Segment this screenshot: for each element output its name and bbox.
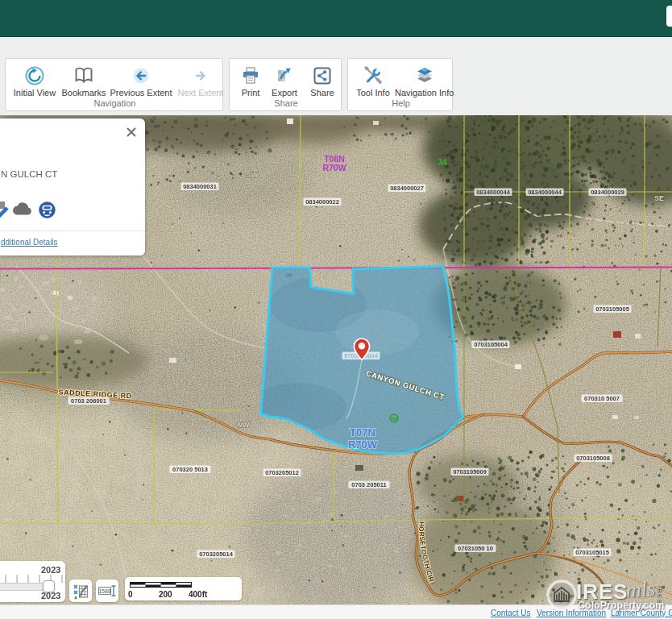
svg-text:200: 200 [159, 590, 172, 599]
svg-text:NW: NW [238, 421, 250, 429]
svg-text:0703105004: 0703105004 [474, 341, 508, 348]
svg-text:03: 03 [391, 416, 397, 422]
svg-text:0834000044: 0834000044 [528, 189, 562, 196]
svg-text:R70W: R70W [322, 163, 346, 172]
svg-text:SW: SW [247, 171, 259, 179]
svg-text:0703205014: 0703205014 [199, 550, 234, 558]
svg-text:1588: 1588 [98, 588, 111, 594]
svg-text:0834000029: 0834000029 [591, 189, 624, 196]
svg-text:400ft: 400ft [189, 590, 208, 599]
svg-text:0834000027: 0834000027 [390, 185, 424, 192]
svg-text:R70W: R70W [348, 438, 378, 451]
svg-text:0834000031: 0834000031 [183, 183, 217, 190]
svg-text:T07N: T07N [350, 426, 375, 438]
svg-text:070320 5013: 070320 5013 [172, 466, 208, 473]
svg-text:07031050 10: 07031050 10 [458, 545, 493, 552]
svg-text:0: 0 [128, 590, 133, 599]
svg-text:0703 206001: 0703 206001 [71, 397, 106, 405]
svg-text:©: © [662, 606, 666, 613]
svg-text:mls: mls [625, 576, 656, 601]
svg-text:ColoProperty.com: ColoProperty.com [578, 600, 664, 611]
svg-text:0703105009: 0703105009 [453, 468, 487, 476]
svg-text:0703105005: 0703105005 [595, 305, 629, 313]
svg-text:0834000022: 0834000022 [305, 198, 339, 206]
svg-text:0703105008: 0703105008 [576, 455, 610, 462]
svg-text:0834000044: 0834000044 [476, 189, 511, 196]
svg-text:0703105015: 0703105015 [575, 549, 609, 556]
svg-text:SE: SE [654, 194, 664, 202]
svg-text:0703205012: 0703205012 [265, 469, 299, 476]
svg-text:0703 205011: 0703 205011 [351, 481, 386, 488]
svg-text:34: 34 [438, 158, 447, 167]
svg-text:070310 5007: 070310 5007 [584, 395, 620, 402]
